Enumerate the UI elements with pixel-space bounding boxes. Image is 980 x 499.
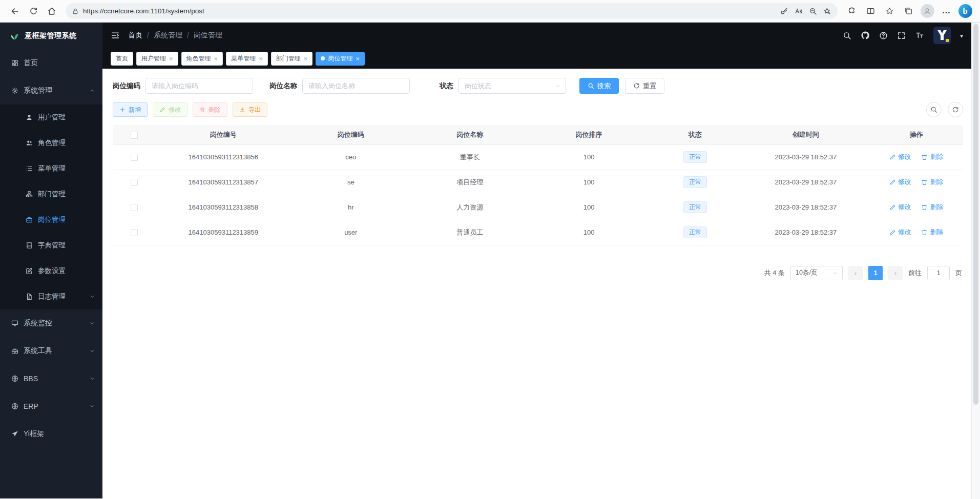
tab-user-mgmt[interactable]: 用户管理 — [136, 52, 178, 66]
sidebar-item-post-mgmt[interactable]: 岗位管理 — [0, 207, 102, 233]
sidebar-item-menu-mgmt[interactable]: 菜单管理 — [0, 156, 102, 181]
font-size-button[interactable] — [915, 31, 924, 40]
row-edit-link[interactable]: 修改 — [889, 227, 911, 237]
tab-bar: 首页 用户管理 角色管理 菜单管理 部门管理 岗位管理 — [102, 48, 971, 69]
roles-icon — [26, 139, 33, 147]
page-1-button[interactable]: 1 — [868, 266, 883, 280]
chevron-down-icon — [555, 83, 561, 89]
close-icon[interactable] — [259, 55, 263, 62]
row-delete-link[interactable]: 删除 — [921, 202, 943, 212]
row-edit-link[interactable]: 修改 — [889, 202, 911, 212]
breadcrumb-system-mgmt[interactable]: 系统管理 — [154, 31, 182, 40]
edit-icon — [889, 229, 896, 236]
sidebar-item-log-mgmt[interactable]: 日志管理 — [0, 284, 102, 309]
add-button[interactable]: 新增 — [113, 102, 148, 117]
favorites-bar-button[interactable] — [881, 3, 898, 19]
status-select[interactable]: 岗位状态 — [458, 78, 566, 94]
row-checkbox[interactable] — [131, 154, 138, 161]
url-text[interactable]: https://ccnetcore.com:1101/system/post — [83, 7, 777, 15]
sidebar-item-system-tools[interactable]: 系统工具 — [0, 337, 102, 365]
zoom-out-button[interactable] — [806, 5, 820, 18]
row-checkbox[interactable] — [131, 179, 138, 186]
edit-button[interactable]: 修改 — [153, 102, 187, 117]
show-search-toggle-button[interactable] — [926, 102, 942, 117]
browser-home-button[interactable] — [43, 3, 60, 19]
goto-label: 前往 — [908, 268, 922, 278]
row-checkbox[interactable] — [131, 229, 138, 236]
browser-menu-button[interactable] — [937, 3, 955, 19]
user-avatar[interactable] — [933, 27, 951, 44]
tab-dept-mgmt[interactable]: 部门管理 — [271, 52, 313, 66]
address-bar[interactable]: https://ccnetcore.com:1101/system/post — [66, 3, 838, 19]
sidebar-item-dept-mgmt[interactable]: 部门管理 — [0, 181, 102, 207]
browser-profile-button[interactable] — [919, 3, 936, 19]
split-screen-button[interactable] — [862, 3, 879, 19]
search-button[interactable]: 搜索 — [579, 78, 619, 94]
help-button[interactable] — [879, 31, 888, 40]
collections-button[interactable] — [900, 3, 917, 19]
read-aloud-button[interactable] — [791, 5, 806, 18]
row-delete-link[interactable]: 删除 — [921, 152, 943, 161]
next-page-button[interactable] — [888, 266, 903, 280]
search-icon — [588, 82, 594, 89]
post-code-input[interactable] — [145, 78, 253, 94]
header-search-button[interactable] — [843, 31, 851, 40]
row-edit-link[interactable]: 修改 — [889, 177, 911, 186]
breadcrumb-home[interactable]: 首页 — [128, 31, 142, 40]
close-icon[interactable] — [356, 55, 360, 62]
page-size-select[interactable]: 10条/页 — [790, 266, 843, 280]
goto-page-input[interactable] — [927, 266, 950, 280]
sidebar-item-home[interactable]: 首页 — [0, 49, 102, 77]
sidebar-item-role-mgmt[interactable]: 角色管理 — [0, 130, 102, 156]
close-icon[interactable] — [169, 55, 173, 62]
row-delete-link[interactable]: 删除 — [921, 227, 943, 237]
tab-role-mgmt[interactable]: 角色管理 — [181, 52, 223, 66]
fullscreen-icon — [897, 31, 906, 40]
fullscreen-button[interactable] — [897, 31, 906, 40]
tab-post-mgmt[interactable]: 岗位管理 — [316, 52, 365, 66]
refresh-button[interactable] — [25, 3, 42, 19]
row-delete-link[interactable]: 删除 — [921, 177, 943, 186]
col-status: 状态 — [649, 125, 742, 144]
post-name-input[interactable] — [302, 78, 410, 94]
add-favorite-button[interactable] — [820, 5, 835, 18]
extensions-button[interactable] — [843, 3, 860, 19]
close-icon[interactable] — [304, 55, 308, 62]
prev-page-button[interactable] — [848, 266, 863, 280]
globe-icon — [11, 375, 18, 382]
sidebar-item-param-settings[interactable]: 参数设置 — [0, 258, 102, 284]
sidebar-item-system-mgmt[interactable]: 系统管理 — [0, 77, 102, 105]
sidebar-item-user-mgmt[interactable]: 用户管理 — [0, 105, 102, 130]
favorite-add-icon — [823, 7, 831, 15]
page-scrollbar[interactable] — [971, 23, 980, 499]
bing-chat-button[interactable] — [956, 3, 974, 19]
sidebar-item-erp[interactable]: ERP — [0, 392, 102, 420]
back-button[interactable] — [6, 3, 24, 19]
export-button[interactable]: 导出 — [233, 102, 267, 117]
row-checkbox[interactable] — [131, 204, 138, 211]
close-icon[interactable] — [214, 55, 218, 62]
post-code-cell: user — [291, 220, 410, 245]
tab-menu-mgmt[interactable]: 菜单管理 — [226, 52, 268, 66]
sidebar-nav: 首页 系统管理 用户管理 角色管理 菜单管理 — [0, 49, 102, 448]
pagination: 共 4 条 10条/页 1 前往 页 — [113, 266, 963, 280]
key-icon — [780, 7, 788, 15]
select-all-checkbox[interactable] — [131, 132, 138, 139]
favorites-star-icon — [885, 7, 894, 15]
scrollbar-thumb[interactable] — [973, 24, 978, 405]
sidebar-item-system-monitor[interactable]: 系统监控 — [0, 309, 102, 337]
chevron-down-icon — [89, 320, 95, 326]
table-refresh-button[interactable] — [948, 102, 963, 117]
delete-button[interactable]: 删除 — [193, 102, 227, 117]
sidebar-item-bbs[interactable]: BBS — [0, 365, 102, 392]
github-link[interactable] — [861, 31, 870, 40]
sidebar-item-yi-framework[interactable]: Yi框架 — [0, 420, 102, 448]
site-info-lock-icon[interactable] — [72, 8, 79, 15]
reset-button[interactable]: 重置 — [625, 78, 664, 94]
row-edit-link[interactable]: 修改 — [889, 152, 911, 161]
user-menu-caret-icon[interactable] — [960, 32, 963, 39]
password-manager-button[interactable] — [777, 5, 791, 18]
tab-home[interactable]: 首页 — [111, 52, 133, 66]
sidebar-item-dict-mgmt[interactable]: 字典管理 — [0, 233, 102, 258]
sidebar-collapse-button[interactable] — [111, 31, 120, 40]
